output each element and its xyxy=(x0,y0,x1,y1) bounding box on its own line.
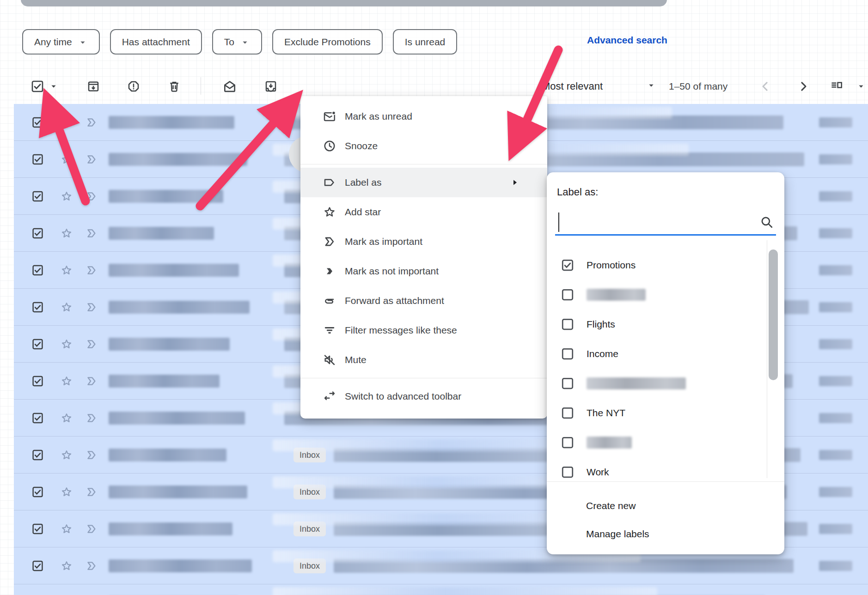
checkbox-empty-icon[interactable] xyxy=(561,465,575,478)
menu-item-switch-to-advanced-toolbar[interactable]: Switch to advanced toolbar xyxy=(300,382,547,411)
advanced-search-link[interactable]: Advanced search xyxy=(587,35,667,46)
label-option-redacted[interactable] xyxy=(547,280,784,310)
importance-icon[interactable] xyxy=(85,153,98,166)
row-checkbox[interactable] xyxy=(31,264,44,276)
menu-item-snooze[interactable]: Snooze xyxy=(300,131,547,161)
row-checkbox[interactable] xyxy=(31,375,44,387)
label-option-promotions[interactable]: Promotions xyxy=(547,250,784,280)
menu-item-mark-as-unread[interactable]: Mark as unread xyxy=(300,102,547,131)
report-spam-button[interactable] xyxy=(122,79,145,93)
create-new-label-button[interactable]: Create new xyxy=(586,498,636,514)
menu-item-filter-messages-like-these[interactable]: Filter messages like these xyxy=(300,316,547,345)
star-icon[interactable] xyxy=(60,301,73,314)
star-icon[interactable] xyxy=(60,449,73,461)
filter-chip-to[interactable]: To xyxy=(212,29,262,55)
scrollbar-track[interactable] xyxy=(767,240,767,478)
sort-caret-icon[interactable] xyxy=(646,80,656,92)
menu-item-label: Mark as unread xyxy=(345,111,412,122)
checkbox-empty-icon[interactable] xyxy=(561,347,575,361)
move-to-button[interactable] xyxy=(260,79,282,93)
redacted-sender xyxy=(109,116,234,129)
star-icon[interactable] xyxy=(60,264,73,277)
archive-button[interactable] xyxy=(82,79,104,93)
menu-item-forward-as-attachment[interactable]: Forward as attachment xyxy=(300,286,547,316)
redacted-date xyxy=(819,117,852,128)
star-icon[interactable] xyxy=(60,153,73,166)
checkbox-empty-icon[interactable] xyxy=(561,406,575,420)
menu-item-mark-as-important[interactable]: Mark as important xyxy=(300,227,547,256)
sort-dropdown[interactable]: Most relevant xyxy=(542,68,603,104)
label-search-field[interactable] xyxy=(555,210,776,236)
star-icon[interactable] xyxy=(60,486,73,498)
label-option-income[interactable]: Income xyxy=(547,339,784,369)
label-option-work[interactable]: Work xyxy=(547,457,784,478)
row-checkbox[interactable] xyxy=(31,412,44,424)
importance-icon[interactable] xyxy=(85,412,98,425)
star-icon[interactable] xyxy=(60,375,73,388)
chevron-left-icon xyxy=(758,79,772,93)
manage-labels-button[interactable]: Manage labels xyxy=(586,526,649,542)
row-checkbox[interactable] xyxy=(31,116,44,128)
star-icon[interactable] xyxy=(60,412,73,425)
star-icon[interactable] xyxy=(60,522,73,535)
row-checkbox[interactable] xyxy=(31,522,44,535)
row-checkbox[interactable] xyxy=(31,338,44,350)
redacted-date xyxy=(819,413,852,423)
importance-icon[interactable] xyxy=(85,486,98,498)
delete-icon xyxy=(167,79,181,93)
row-checkbox[interactable] xyxy=(31,486,44,498)
delete-button[interactable] xyxy=(163,79,185,93)
importance-icon[interactable] xyxy=(85,264,98,277)
importance-icon[interactable] xyxy=(85,190,98,203)
importance-icon[interactable] xyxy=(85,522,98,535)
filter-chip-any-time[interactable]: Any time xyxy=(22,29,100,55)
label-option-redacted[interactable] xyxy=(547,369,784,398)
filter-chip-exclude-promotions[interactable]: Exclude Promotions xyxy=(272,29,383,55)
menu-item-label: Mute xyxy=(345,354,367,365)
row-checkbox[interactable] xyxy=(31,301,44,313)
filter-chip-is-unread[interactable]: Is unread xyxy=(393,29,458,55)
label-option-redacted[interactable] xyxy=(547,428,784,457)
importance-icon[interactable] xyxy=(85,375,98,388)
checkbox-checked-icon[interactable] xyxy=(561,258,575,272)
email-row[interactable] xyxy=(14,584,868,595)
older-page-button[interactable] xyxy=(793,79,813,93)
checkbox-empty-icon[interactable] xyxy=(561,376,575,390)
row-checkbox[interactable] xyxy=(31,559,44,572)
scrollbar-thumb[interactable] xyxy=(769,249,778,380)
row-checkbox[interactable] xyxy=(31,227,44,239)
checkbox-empty-icon[interactable] xyxy=(561,288,575,302)
menu-item-mute[interactable]: Mute xyxy=(300,345,547,375)
menu-item-add-star[interactable]: Add star xyxy=(300,197,547,227)
star-icon[interactable] xyxy=(60,190,73,203)
row-checkbox[interactable] xyxy=(31,449,44,461)
select-all-checkbox[interactable] xyxy=(26,79,49,93)
menu-item-label-as[interactable]: Label as xyxy=(300,168,547,197)
importance-icon[interactable] xyxy=(85,449,98,461)
label-search-input[interactable] xyxy=(555,210,776,234)
row-checkbox[interactable] xyxy=(31,190,44,202)
row-checkbox[interactable] xyxy=(31,153,44,165)
filter-chip-has-attachment[interactable]: Has attachment xyxy=(110,29,202,55)
select-all-caret[interactable] xyxy=(46,81,61,91)
menu-item-mark-as-not-important[interactable]: Mark as not important xyxy=(300,256,547,286)
label-option-flights[interactable]: Flights xyxy=(547,310,784,339)
checkbox-empty-icon[interactable] xyxy=(561,436,575,449)
split-view-caret[interactable] xyxy=(854,81,868,91)
star-icon[interactable] xyxy=(60,338,73,351)
importance-icon[interactable] xyxy=(85,116,98,129)
mark-as-read-button[interactable] xyxy=(219,79,241,94)
menu-item-label: Switch to advanced toolbar xyxy=(345,391,461,402)
split-view-button[interactable] xyxy=(825,79,848,93)
label-option-the-nyt[interactable]: The NYT xyxy=(547,398,784,428)
checkbox-empty-icon[interactable] xyxy=(561,317,575,331)
label-icon xyxy=(323,176,336,189)
star-icon[interactable] xyxy=(60,559,73,572)
star-icon[interactable] xyxy=(60,116,73,129)
importance-icon[interactable] xyxy=(85,227,98,240)
importance-icon[interactable] xyxy=(85,301,98,314)
star-icon[interactable] xyxy=(60,227,73,240)
newer-page-button[interactable] xyxy=(755,79,776,93)
importance-icon[interactable] xyxy=(85,338,98,351)
importance-icon[interactable] xyxy=(85,559,98,572)
